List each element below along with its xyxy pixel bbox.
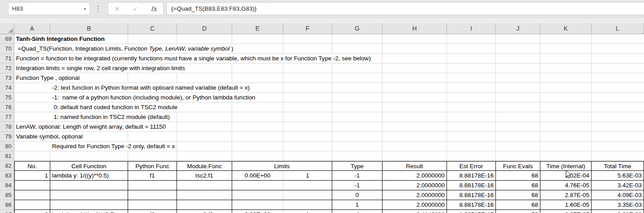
cell-C85[interactable]	[128, 190, 177, 200]
cell-B77[interactable]: 1: named function in TSC2 module (defaul…	[52, 112, 170, 122]
cell-C87[interactable]: f2	[128, 210, 177, 213]
cell-G85[interactable]: 0	[332, 190, 382, 200]
cell-E82[interactable]: Limits	[232, 161, 332, 171]
cell-C82[interactable]: Python Func	[128, 161, 177, 171]
row-header-79[interactable]: 79	[0, 132, 14, 142]
cell-L85[interactable]: 4.09E-03	[592, 190, 644, 200]
cell-G82[interactable]: Type	[332, 161, 382, 171]
cell-C84[interactable]	[128, 181, 177, 190]
cell-A78[interactable]: LenAW, optional: Length of weight array,…	[16, 122, 166, 131]
cell-L86[interactable]: 3.35E-03	[592, 200, 644, 210]
cell-A84[interactable]	[14, 181, 50, 190]
column-header-C[interactable]: C	[128, 23, 177, 34]
column-header-I[interactable]: I	[447, 23, 496, 34]
cell-K86[interactable]: 1.60E-05	[540, 200, 592, 210]
row-header-77[interactable]: 77	[0, 112, 14, 122]
column-header-J[interactable]: J	[496, 23, 540, 34]
cell-I86[interactable]: 8.88178E-16	[447, 200, 496, 210]
name-box-dropdown-icon[interactable]: ▾	[84, 7, 86, 11]
cell-B76[interactable]: 0: default hard coded function in TSC2 m…	[52, 103, 177, 112]
row-header-70[interactable]: 70	[0, 44, 14, 54]
cell-F86[interactable]	[283, 200, 332, 210]
cell-J83[interactable]: 68	[496, 171, 540, 181]
cell-H84[interactable]: 2.0000000	[382, 181, 447, 190]
cell-G83[interactable]: -1	[332, 171, 382, 181]
row-header-73[interactable]: 73	[0, 73, 14, 83]
row-header-86[interactable]: 86	[0, 200, 14, 210]
cell-F84[interactable]	[283, 181, 332, 190]
cell-B83[interactable]: lambda y: 1/((y)**0.5)	[50, 171, 128, 181]
cell-H82[interactable]: Result	[382, 161, 447, 171]
cell-C83[interactable]: f1	[128, 171, 177, 181]
row-header-71[interactable]: 71	[0, 54, 14, 63]
cell-K87[interactable]: 6.07E-05	[540, 210, 592, 213]
cell-B75[interactable]: -1: name of a python function (including…	[52, 93, 255, 102]
cell-D87[interactable]: tsc2.f2	[177, 210, 232, 213]
cell-B85[interactable]	[50, 190, 128, 200]
cell-A70[interactable]: =Quad_TS(Function, Integration Limits, F…	[16, 44, 233, 53]
select-all-corner[interactable]	[0, 23, 14, 34]
row-header-87[interactable]: 87	[0, 210, 14, 213]
cell-E83[interactable]: 0.00E+00	[232, 171, 283, 181]
cell-A79[interactable]: Variable symbol, optional	[16, 132, 83, 141]
cell-E87[interactable]: 0.00E+00	[232, 210, 283, 213]
cell-D84[interactable]	[177, 181, 232, 190]
cell-A69[interactable]: Tanh-Sinh Integration Function	[16, 34, 105, 43]
cell-J82[interactable]: Func Evals	[496, 161, 540, 171]
cell-A72[interactable]: Integration limits = single row, 2 cell …	[16, 63, 185, 73]
cell-B74[interactable]: -2: text function in Python format with …	[52, 83, 250, 92]
cell-G84[interactable]: -1	[332, 181, 382, 190]
cell-I83[interactable]: 8.88178E-16	[447, 171, 496, 181]
row-header-69[interactable]: 69	[0, 34, 14, 44]
cell-A71[interactable]: Function = function to be integrated (cu…	[16, 54, 371, 63]
cell-L83[interactable]: 5.63E-03	[592, 171, 644, 181]
cell-B87[interactable]: lambda y: 1/((y+1)**0.5)	[50, 210, 128, 213]
name-box[interactable]: H83 ▾	[8, 2, 90, 15]
cell-K84[interactable]: 4.76E-05	[540, 181, 592, 190]
cell-C86[interactable]	[128, 200, 177, 210]
cell-J84[interactable]: 68	[496, 181, 540, 190]
row-header-83[interactable]: 83	[0, 171, 14, 181]
column-header-D[interactable]: D	[177, 23, 232, 34]
insert-function-icon[interactable]: fx	[151, 5, 157, 12]
column-header-G[interactable]: G	[332, 23, 382, 34]
cell-J87[interactable]: 50	[496, 210, 540, 213]
cell-H86[interactable]: 2.0000000	[382, 200, 447, 210]
cell-D86[interactable]	[177, 200, 232, 210]
row-header-74[interactable]: 74	[0, 83, 14, 93]
cell-J85[interactable]: 68	[496, 190, 540, 200]
cancel-icon[interactable]: ✕	[114, 5, 120, 12]
column-header-B[interactable]: B	[50, 23, 128, 34]
cell-B82[interactable]: Cell Function	[50, 161, 128, 171]
row-header-84[interactable]: 84	[0, 181, 14, 190]
cell-I87[interactable]: 1.00515E-15	[447, 210, 496, 213]
column-header-F[interactable]: F	[283, 23, 332, 34]
cell-F83[interactable]: 1	[283, 171, 332, 181]
row-header-81[interactable]: 81	[0, 151, 14, 161]
cell-A85[interactable]	[14, 190, 50, 200]
row-header-76[interactable]: 76	[0, 103, 14, 112]
cell-E86[interactable]	[232, 200, 283, 210]
cell-L87[interactable]: 2.01E-03	[592, 210, 644, 213]
cell-H87[interactable]: 0.4142136	[382, 210, 447, 213]
cell-H83[interactable]: 2.0000000	[382, 171, 447, 181]
column-header-L[interactable]: L	[592, 23, 644, 34]
cell-J86[interactable]: 68	[496, 200, 540, 210]
row-header-82[interactable]: 82	[0, 161, 14, 171]
column-header-H[interactable]: H	[382, 23, 447, 34]
cell-L84[interactable]: 3.42E-03	[592, 181, 644, 190]
enter-icon[interactable]: ✓	[133, 5, 138, 12]
cell-A73[interactable]: Function Type , optional	[16, 73, 80, 83]
cell-E84[interactable]	[232, 181, 283, 190]
cell-K85[interactable]: 2.87E-05	[540, 190, 592, 200]
cell-F85[interactable]	[283, 190, 332, 200]
cell-A86[interactable]	[14, 200, 50, 210]
cell-D82[interactable]: Module.Func	[177, 161, 232, 171]
row-header-72[interactable]: 72	[0, 63, 14, 73]
cell-A83[interactable]: 1	[14, 171, 50, 181]
cell-I85[interactable]: 8.88178E-16	[447, 190, 496, 200]
row-header-75[interactable]: 75	[0, 93, 14, 103]
cell-F87[interactable]: 1	[283, 210, 332, 213]
column-header-K[interactable]: K	[540, 23, 592, 34]
cell-D83[interactable]: tsc2.f1	[177, 171, 232, 181]
